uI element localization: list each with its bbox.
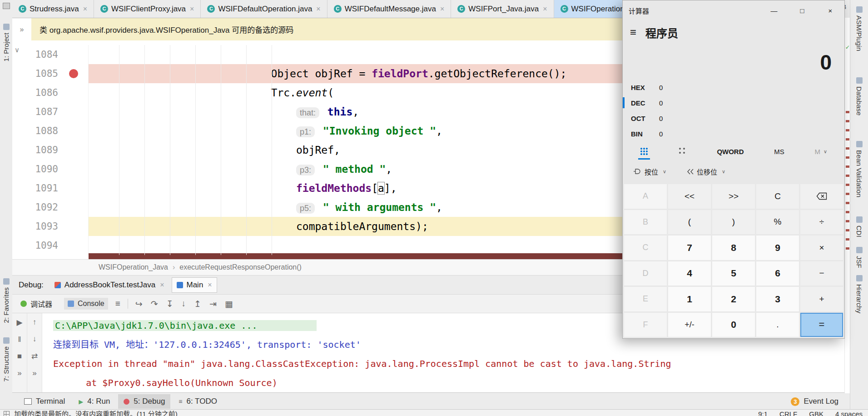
radix-hex[interactable]: HEX0 [623, 80, 844, 95]
calc-key-open-paren[interactable]: ( [668, 210, 711, 235]
tool-button-bean-validation[interactable]: Bean Validation [850, 141, 868, 197]
calc-key-4[interactable]: 4 [668, 261, 711, 286]
tool-button-asm-plugin[interactable]: ASM/Plugin [850, 6, 868, 51]
line-number[interactable]: 1089 [12, 140, 89, 160]
radix-oct[interactable]: OCT0 [623, 110, 844, 126]
calc-key-plus[interactable]: + [800, 287, 843, 311]
line-number[interactable]: 1090 [12, 160, 89, 179]
tool-window-switcher-icon[interactable] [4, 411, 10, 416]
view-breakpoints-icon[interactable]: ▦ [225, 299, 233, 309]
menu-icon[interactable]: ≡ [630, 26, 636, 39]
step-out-icon[interactable]: ↥ [194, 299, 201, 309]
editor-tab-wsifdefaultoperation-java[interactable]: CWSIFDefaultOperation.java× [201, 0, 327, 18]
calc-key-decimal[interactable]: . [756, 313, 799, 337]
radix-dec[interactable]: DEC0 [623, 95, 844, 110]
line-number[interactable]: 1092 [12, 198, 89, 217]
tool-button-7-structure[interactable]: 7: Structure [0, 337, 12, 382]
bottom-tab-6-todo[interactable]: ≡6: TODO [173, 394, 223, 409]
more-icon[interactable]: » [17, 369, 21, 378]
app-menu-icon[interactable] [3, 3, 10, 9]
word-size-button[interactable]: QWORD [717, 148, 744, 155]
maximize-button[interactable]: □ [788, 0, 816, 20]
close-icon[interactable]: × [160, 281, 164, 289]
close-button[interactable]: × [816, 0, 844, 20]
tool-button-cdi[interactable]: CDI [850, 216, 868, 237]
close-icon[interactable]: × [190, 5, 194, 13]
calc-key-6[interactable]: 6 [756, 261, 799, 286]
line-number[interactable]: 1086 [12, 83, 89, 102]
bitshift-dropdown[interactable]: 位移位 ∨ [686, 167, 725, 176]
close-icon[interactable]: × [440, 5, 444, 13]
calc-key-B[interactable]: B [624, 210, 667, 235]
calc-key-minus[interactable]: − [800, 261, 843, 286]
step-down-icon[interactable]: ↓ [33, 335, 37, 344]
toolwindow-tab-console[interactable]: Console [64, 298, 108, 310]
calc-key-0[interactable]: 0 [712, 313, 755, 337]
bottom-tab-5-debug[interactable]: 5: Debug [118, 394, 170, 409]
step-into-icon[interactable]: ↧ [166, 299, 174, 309]
line-number[interactable]: 1093 [12, 217, 89, 236]
tool-button-1-project[interactable]: 1: Project [0, 24, 12, 61]
line-number[interactable]: 1091 [12, 179, 89, 198]
bottom-tab-terminal[interactable]: Terminal [19, 394, 70, 409]
step-over-icon[interactable]: ↷ [151, 299, 158, 309]
debug-session-tab-main[interactable]: Main× [172, 277, 217, 293]
stop-icon[interactable]: ■ [17, 352, 22, 361]
memory-store-button[interactable]: MS [774, 148, 784, 155]
line-number[interactable]: 1085 [12, 64, 89, 83]
show-execution-point-icon[interactable]: ↪ [135, 299, 143, 309]
calc-key-negate[interactable]: +/- [668, 313, 711, 337]
calc-key-7[interactable]: 7 [668, 236, 711, 260]
line-number[interactable]: 1094 [12, 236, 89, 255]
breakpoint-icon[interactable] [69, 69, 78, 78]
tool-button-2-favorites[interactable]: 2: Favorites [0, 278, 12, 323]
editor-tab-wsifclientproxy-java[interactable]: CWSIFClientProxy.java× [94, 0, 201, 18]
toolwindow-tab-[interactable]: 调试器 [17, 296, 56, 311]
calc-key-3[interactable]: 3 [756, 287, 799, 311]
calc-key-close-paren[interactable]: ) [712, 210, 755, 235]
status-widget-crlf[interactable]: CRLF [779, 410, 797, 416]
pause-icon[interactable]: ‖ [18, 335, 21, 344]
editor-tab-strudress-java[interactable]: CStrudress.java× [12, 0, 94, 18]
more-icon[interactable]: » [32, 369, 36, 378]
bit-keypad-button[interactable] [679, 147, 687, 155]
restore-layout-icon[interactable]: ⇄ [31, 351, 38, 361]
event-log-button[interactable]: 3 Event Log [791, 397, 838, 406]
radix-bin[interactable]: BIN0 [623, 126, 844, 141]
line-number[interactable]: 1084 [12, 45, 89, 64]
status-widget-9-1[interactable]: 9:1 [758, 410, 768, 416]
force-step-into-icon[interactable]: ↓ [182, 299, 186, 309]
calc-key-5[interactable]: 5 [712, 261, 755, 286]
memory-menu-button[interactable]: M∨ [814, 148, 827, 155]
step-up-icon[interactable]: ↑ [33, 318, 37, 327]
resume-icon[interactable]: ▶ [16, 318, 22, 327]
calc-key-F[interactable]: F [624, 313, 667, 337]
calc-key-2[interactable]: 2 [712, 287, 755, 311]
error-stripe-marks[interactable] [846, 111, 849, 252]
calc-key-E[interactable]: E [624, 287, 667, 311]
debug-session-tab-addressbooktest-testjava[interactable]: AddressBookTest.testJava× [50, 278, 169, 292]
calc-key-9[interactable]: 9 [756, 236, 799, 260]
minimize-button[interactable]: — [760, 0, 788, 20]
full-keypad-button[interactable] [640, 147, 648, 155]
bottom-tab-4-run[interactable]: ▶4: Run [73, 394, 115, 409]
close-icon[interactable]: × [83, 5, 87, 13]
calc-key-lsh[interactable]: << [668, 184, 711, 209]
calc-key-C-hex[interactable]: C [624, 236, 667, 260]
calc-key-clear[interactable]: C [756, 184, 799, 209]
calc-key-multiply[interactable]: × [800, 236, 843, 260]
calc-key-A[interactable]: A [624, 184, 667, 209]
calc-key-rsh[interactable]: >> [712, 184, 755, 209]
tool-button-hierarchy[interactable]: Hierarchy [850, 275, 868, 313]
editor-tab-wsifport-java-java[interactable]: CWSIFPort_Java.java× [451, 0, 554, 18]
line-number[interactable]: 1088 [12, 121, 89, 140]
calc-key-D[interactable]: D [624, 261, 667, 286]
calc-key-equals[interactable]: = [800, 313, 843, 337]
calc-key-1[interactable]: 1 [668, 287, 711, 311]
tool-button-jsf[interactable]: JSF [850, 247, 868, 268]
calc-key-divide[interactable]: ÷ [800, 210, 843, 235]
line-number[interactable]: 1087 [12, 102, 89, 121]
close-icon[interactable]: × [208, 281, 212, 289]
status-widget-gbk[interactable]: GBK [809, 410, 823, 416]
calc-key-backspace[interactable] [800, 184, 843, 209]
